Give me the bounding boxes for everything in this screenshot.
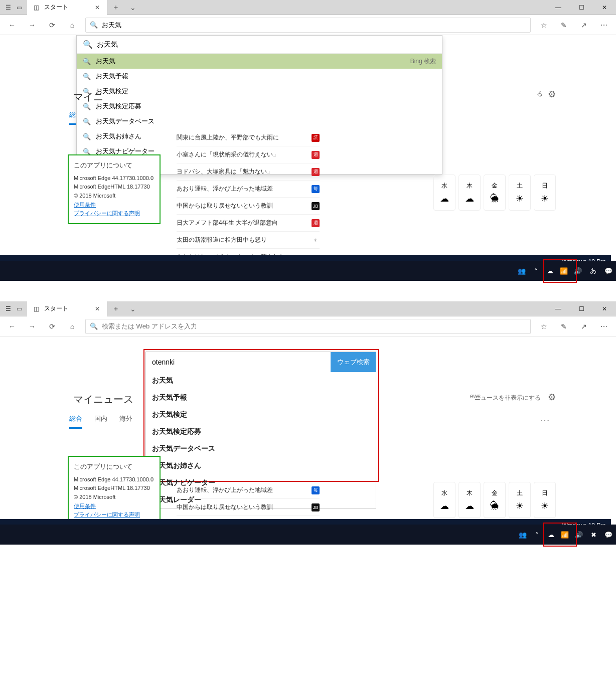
news-item[interactable]: 太田の新潮報道に相方田中も怒り✳ bbox=[177, 232, 320, 249]
weather-day[interactable]: 土☀ bbox=[509, 175, 531, 211]
weather-day[interactable]: 日☀ bbox=[534, 482, 556, 518]
tabs-icon[interactable]: ▭ bbox=[15, 4, 23, 12]
tab-menu-chevron[interactable]: ⌄ bbox=[124, 301, 141, 316]
suggestion-search-input[interactable] bbox=[97, 41, 436, 49]
weather-day[interactable]: 土☀ bbox=[509, 482, 531, 518]
home-button[interactable]: ⌂ bbox=[65, 319, 79, 333]
suggestion-item[interactable]: お天気検定応募 bbox=[146, 423, 376, 440]
suggestion-item[interactable]: お天気検定 bbox=[146, 406, 376, 423]
address-input[interactable] bbox=[102, 322, 526, 330]
people-icon[interactable]: 👥 bbox=[518, 531, 527, 539]
tab-kokunai[interactable]: 国内 bbox=[94, 414, 107, 429]
settings-gear-icon[interactable]: ⚙ bbox=[548, 89, 556, 100]
volume-icon[interactable]: 🔊 bbox=[574, 531, 583, 539]
hide-news-label[interactable]: ニュースを非表示にする bbox=[475, 394, 541, 402]
privacy-link[interactable]: プライバシーに関する声明 bbox=[74, 511, 140, 518]
share-button[interactable]: ↗ bbox=[577, 18, 591, 32]
network-icon[interactable]: 📶 bbox=[560, 531, 569, 539]
suggestion-item[interactable]: お天気データベース bbox=[146, 440, 376, 457]
tab-menu-chevron[interactable]: ⌄ bbox=[124, 0, 141, 15]
back-button[interactable]: ← bbox=[5, 319, 19, 333]
favorites-button[interactable]: ☆ bbox=[537, 18, 551, 32]
close-button[interactable]: ✕ bbox=[593, 0, 616, 15]
more-button[interactable]: ⋯ bbox=[597, 319, 611, 333]
privacy-link[interactable]: プライバシーに関する声明 bbox=[74, 210, 140, 216]
address-bar[interactable]: 🔍 bbox=[85, 319, 531, 334]
tray-chevron-icon[interactable]: ˄ bbox=[532, 531, 541, 539]
minimize-button[interactable]: — bbox=[547, 0, 570, 15]
action-center-icon[interactable]: 💬 bbox=[604, 531, 613, 539]
ime-indicator[interactable]: あ bbox=[587, 265, 599, 277]
notes-button[interactable]: ✎ bbox=[557, 319, 571, 333]
refresh-button[interactable]: ⟳ bbox=[45, 18, 59, 32]
new-tab-button[interactable]: ＋ bbox=[107, 301, 124, 316]
terms-link[interactable]: 使用条件 bbox=[74, 503, 96, 509]
suggestion-item[interactable]: お天気お姉さん bbox=[146, 457, 376, 474]
weather-day[interactable]: 木☁ bbox=[458, 175, 481, 211]
action-center-icon[interactable]: 💬 bbox=[604, 267, 613, 275]
suggestion-item[interactable]: 🔍お天気検定 bbox=[77, 84, 442, 99]
network-icon[interactable]: 📶 bbox=[559, 267, 568, 275]
web-search-input[interactable] bbox=[146, 352, 331, 372]
suggestion-item[interactable]: 🔍お天気Bing 検索 bbox=[77, 54, 442, 69]
address-input[interactable] bbox=[102, 21, 526, 29]
weather-day[interactable]: 日☀ bbox=[534, 175, 556, 211]
maximize-button[interactable]: ☐ bbox=[570, 301, 593, 316]
notes-button[interactable]: ✎ bbox=[557, 18, 571, 32]
suggestion-item[interactable]: お天気 bbox=[146, 372, 376, 389]
tab-sougou[interactable]: 総合 bbox=[69, 414, 82, 429]
news-item[interactable]: 中国からは取り戻せないという教訓JB bbox=[177, 499, 320, 516]
weather-day[interactable]: 水☁ bbox=[433, 175, 455, 211]
forward-button[interactable]: → bbox=[25, 18, 39, 32]
settings-gear-icon[interactable]: ⚙ bbox=[548, 392, 556, 403]
taskbar[interactable]: 👥 ˄ ☁ 📶 🔊 あ 💬 bbox=[0, 261, 616, 281]
tabs-icon[interactable]: ▭ bbox=[15, 305, 23, 313]
tab-kaigai[interactable]: 海外 bbox=[119, 414, 132, 429]
suggestion-item[interactable]: 🔍お天気データベース bbox=[77, 114, 442, 129]
refresh-button[interactable]: ⟳ bbox=[45, 319, 59, 333]
tab-sougou[interactable]: 総 bbox=[69, 110, 76, 125]
news-item[interactable]: あおり運転、浮かび上がった地域差毎 bbox=[177, 181, 320, 198]
weather-day[interactable]: 水☁ bbox=[433, 482, 455, 518]
weather-day[interactable]: 金🌦 bbox=[484, 482, 506, 518]
address-bar[interactable]: 🔍 bbox=[85, 18, 531, 33]
news-more-button[interactable]: ⋯ bbox=[540, 414, 551, 426]
news-item[interactable]: 日大アメフト部4年生 大半が退部意向週 bbox=[177, 215, 320, 232]
forward-button[interactable]: → bbox=[25, 319, 39, 333]
news-item[interactable]: 関東に台風上陸か、平野部でも大雨に読 bbox=[177, 129, 320, 146]
home-button[interactable]: ⌂ bbox=[65, 18, 79, 32]
news-item[interactable]: ヨドバシ、大塚家具は「魅力ない」週 bbox=[177, 163, 320, 181]
onedrive-icon[interactable]: ☁ bbox=[545, 267, 554, 275]
terms-link[interactable]: 使用条件 bbox=[74, 202, 96, 208]
weather-day[interactable]: 木☁ bbox=[458, 482, 481, 518]
new-tab-button[interactable]: ＋ bbox=[107, 0, 124, 15]
suggestion-item[interactable]: 🔍お天気検定応募 bbox=[77, 99, 442, 114]
weather-day[interactable]: 金🌦 bbox=[484, 175, 506, 211]
browser-tab[interactable]: ◫ スタート ✕ bbox=[27, 301, 107, 316]
minimize-button[interactable]: — bbox=[547, 301, 570, 316]
sidebar-icon[interactable]: ☰ bbox=[4, 305, 12, 313]
close-button[interactable]: ✕ bbox=[593, 301, 616, 316]
share-button[interactable]: ↗ bbox=[577, 319, 591, 333]
back-button[interactable]: ← bbox=[5, 18, 19, 32]
onedrive-icon[interactable]: ☁ bbox=[546, 531, 555, 539]
news-item[interactable]: 小室さんに「現状納采の儀行えない」週 bbox=[177, 146, 320, 163]
ime-indicator[interactable]: ✖ bbox=[588, 530, 599, 540]
more-button[interactable]: ⋯ bbox=[597, 18, 611, 32]
news-item[interactable]: 中国からは取り戻せないという教訓JB bbox=[177, 198, 320, 215]
tray-chevron-icon[interactable]: ˄ bbox=[531, 267, 540, 275]
volume-icon[interactable]: 🔊 bbox=[573, 267, 582, 275]
sidebar-icon[interactable]: ☰ bbox=[4, 4, 12, 12]
suggestion-item[interactable]: お天気予報 bbox=[146, 389, 376, 406]
suggestion-item[interactable]: 🔍お天気予報 bbox=[77, 69, 442, 84]
taskbar[interactable]: 👥 ˄ ☁ 📶 🔊 ✖ 💬 bbox=[0, 525, 616, 545]
web-search-button[interactable]: ウェブ検索 bbox=[331, 352, 376, 372]
maximize-button[interactable]: ☐ bbox=[570, 0, 593, 15]
favorites-button[interactable]: ☆ bbox=[537, 319, 551, 333]
toolbar: ← → ⟳ ⌂ 🔍 ☆ ✎ ↗ ⋯ bbox=[0, 15, 616, 35]
tab-close-button[interactable]: ✕ bbox=[93, 4, 102, 11]
people-icon[interactable]: 👥 bbox=[517, 267, 526, 275]
browser-tab[interactable]: ◫ スタート ✕ bbox=[27, 0, 107, 15]
news-item[interactable]: あおり運転、浮かび上がった地域差毎 bbox=[177, 482, 320, 499]
tab-close-button[interactable]: ✕ bbox=[93, 305, 102, 312]
